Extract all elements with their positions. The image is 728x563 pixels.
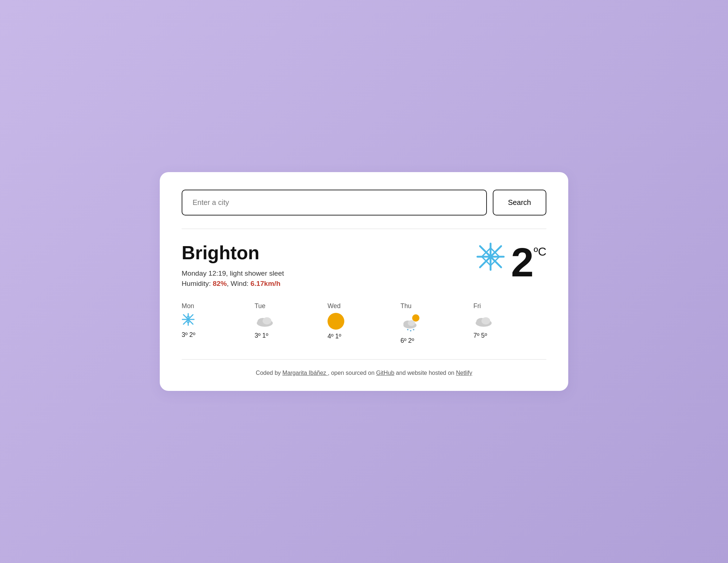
forecast-day-wed: Wed 4º 1º bbox=[328, 302, 400, 345]
forecast-day-label-tue: Tue bbox=[255, 302, 266, 310]
forecast-day-mon: Mon 3º 2º bbox=[182, 302, 255, 345]
city-name: Brighton bbox=[182, 242, 476, 264]
forecast-temps-thu: 6º 2º bbox=[400, 337, 414, 345]
wind-label: , Wind: bbox=[227, 280, 251, 287]
temperature-value-container: 2 ºC bbox=[511, 242, 546, 283]
forecast-icon-mon bbox=[182, 313, 195, 328]
city-info: Brighton Monday 12:19, light shower slee… bbox=[182, 242, 476, 288]
weather-details: Humidity: 82%, Wind: 6.17km/h bbox=[182, 280, 476, 288]
forecast-day-label-fri: Fri bbox=[473, 302, 481, 310]
forecast-icon-fri bbox=[473, 313, 494, 329]
forecast-day-tue: Tue 3º 1º bbox=[255, 302, 328, 345]
forecast-temps-wed: 4º 1º bbox=[328, 333, 341, 340]
svg-point-25 bbox=[412, 314, 419, 322]
forecast-row: Mon 3º 2º Tue bbox=[182, 302, 546, 345]
search-row: Search bbox=[182, 190, 546, 216]
wind-value: 6.17km/h bbox=[251, 280, 280, 287]
forecast-temps-mon: 3º 2º bbox=[182, 331, 195, 339]
forecast-temps-tue: 3º 1º bbox=[255, 332, 268, 339]
forecast-icon-tue bbox=[255, 313, 275, 329]
temperature-number: 2 bbox=[511, 242, 534, 283]
forecast-day-fri: Fri 7º 5º bbox=[473, 302, 546, 345]
forecast-icon-thu bbox=[400, 313, 422, 334]
svg-point-29 bbox=[407, 329, 408, 330]
footer: Coded by Margarita Ibáñez , open sourced… bbox=[182, 370, 546, 376]
svg-point-30 bbox=[410, 330, 411, 331]
svg-point-28 bbox=[408, 320, 415, 326]
search-button[interactable]: Search bbox=[493, 190, 546, 216]
svg-point-21 bbox=[187, 318, 189, 321]
current-weather-icon bbox=[476, 242, 505, 273]
humidity-label: Humidity: bbox=[182, 280, 213, 287]
forecast-day-label-mon: Mon bbox=[182, 302, 194, 310]
current-weather-section: Brighton Monday 12:19, light shower slee… bbox=[182, 242, 546, 288]
humidity-value: 82% bbox=[213, 280, 226, 287]
svg-point-24 bbox=[263, 317, 271, 325]
temperature-display: 2 ºC bbox=[476, 242, 546, 283]
forecast-day-label-wed: Wed bbox=[328, 302, 341, 310]
forecast-temps-fri: 7º 5º bbox=[473, 332, 487, 339]
svg-point-31 bbox=[413, 329, 414, 330]
footer-github-link[interactable]: GitHub bbox=[376, 370, 394, 376]
weather-card: Search Brighton Monday 12:19, light show… bbox=[160, 172, 568, 391]
svg-point-34 bbox=[481, 317, 490, 325]
city-search-input[interactable] bbox=[182, 190, 487, 216]
footer-text-before: Coded by bbox=[256, 370, 282, 376]
search-divider bbox=[182, 229, 546, 229]
footer-text-after: and website hosted on bbox=[394, 370, 456, 376]
footer-text-middle: , open sourced on bbox=[328, 370, 376, 376]
weather-description: Monday 12:19, light shower sleet bbox=[182, 269, 476, 277]
footer-netlify-link[interactable]: Netlify bbox=[456, 370, 472, 376]
forecast-day-thu: Thu 6º 2º bbox=[400, 302, 473, 345]
svg-point-12 bbox=[489, 255, 492, 259]
temperature-unit: ºC bbox=[534, 245, 546, 259]
forecast-icon-wed bbox=[328, 313, 344, 330]
footer-author-link[interactable]: Margarita Ibáñez bbox=[282, 370, 328, 376]
forecast-day-label-thu: Thu bbox=[400, 302, 411, 310]
footer-divider bbox=[182, 359, 546, 360]
